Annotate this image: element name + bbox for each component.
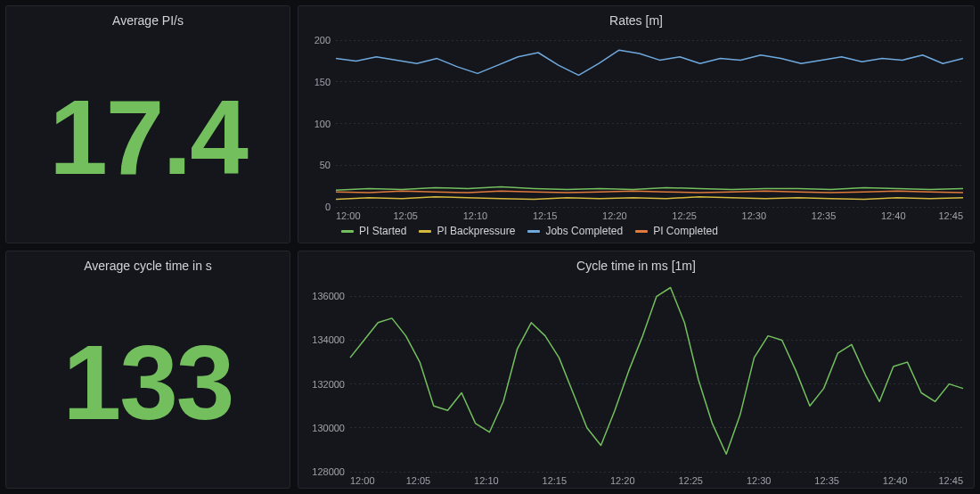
svg-text:12:35: 12:35: [812, 210, 837, 221]
panel-rates: Rates [m] 05010015020012:0012:0512:1012:…: [298, 5, 975, 243]
chart-cycle[interactable]: 12800013000013200013400013600012:0012:05…: [298, 276, 974, 488]
panel-title-avg-cycle: Average cycle time in s: [6, 251, 290, 276]
legend-label: Jobs Completed: [545, 225, 623, 237]
svg-text:12:15: 12:15: [543, 475, 568, 486]
svg-text:12:20: 12:20: [602, 210, 627, 221]
svg-text:150: 150: [314, 77, 331, 87]
svg-text:12:20: 12:20: [610, 475, 635, 486]
svg-text:12:25: 12:25: [672, 210, 697, 221]
svg-text:12:40: 12:40: [881, 210, 906, 221]
legend-swatch: [341, 230, 354, 233]
panel-title-rates: Rates [m]: [298, 6, 974, 31]
legend-swatch: [635, 230, 648, 233]
panel-avg-pi: Average PI/s 17.4: [5, 5, 290, 243]
legend-item[interactable]: Jobs Completed: [527, 225, 623, 237]
svg-text:12:35: 12:35: [814, 475, 839, 486]
legend-label: PI Started: [359, 225, 406, 237]
legend-item[interactable]: PI Completed: [635, 225, 718, 237]
dashboard: Average PI/s 17.4 Rates [m] 050100150200…: [0, 0, 980, 494]
big-number-avg-cycle: 133: [6, 276, 290, 488]
legend-item[interactable]: PI Backpressure: [419, 225, 515, 237]
svg-text:130000: 130000: [312, 423, 345, 433]
svg-text:128000: 128000: [312, 466, 345, 477]
svg-text:134000: 134000: [312, 334, 345, 345]
svg-text:12:10: 12:10: [474, 475, 499, 486]
svg-text:12:10: 12:10: [463, 210, 488, 221]
svg-text:12:15: 12:15: [533, 210, 558, 221]
legend-label: PI Completed: [653, 225, 718, 237]
svg-text:12:30: 12:30: [747, 475, 772, 486]
panel-avg-cycle: Average cycle time in s 133: [5, 251, 290, 489]
svg-text:50: 50: [320, 160, 331, 170]
svg-text:12:05: 12:05: [406, 475, 431, 486]
svg-text:132000: 132000: [312, 379, 345, 390]
svg-text:12:00: 12:00: [336, 210, 361, 221]
svg-text:12:40: 12:40: [883, 475, 908, 486]
value-avg-cycle: 133: [63, 330, 233, 435]
svg-text:136000: 136000: [312, 291, 345, 301]
svg-text:12:05: 12:05: [393, 210, 418, 221]
big-number-avg-pi: 17.4: [6, 31, 290, 243]
svg-text:12:25: 12:25: [678, 475, 703, 486]
legend-rates: PI StartedPI BackpressureJobs CompletedP…: [298, 223, 974, 243]
svg-text:100: 100: [314, 119, 331, 129]
panel-title-avg-pi: Average PI/s: [6, 6, 290, 31]
svg-text:12:45: 12:45: [938, 210, 963, 221]
svg-text:12:30: 12:30: [742, 210, 767, 221]
svg-text:0: 0: [325, 202, 331, 212]
svg-text:12:00: 12:00: [350, 475, 375, 486]
legend-item[interactable]: PI Started: [341, 225, 406, 237]
legend-swatch: [419, 230, 431, 233]
panel-title-cycle: Cycle time in ms [1m]: [298, 251, 974, 276]
legend-label: PI Backpressure: [437, 225, 515, 237]
value-avg-pi: 17.4: [49, 85, 247, 190]
legend-swatch: [527, 230, 540, 233]
svg-text:200: 200: [314, 35, 331, 45]
chart-rates[interactable]: 05010015020012:0012:0512:1012:1512:2012:…: [298, 31, 974, 223]
panel-cycle: Cycle time in ms [1m] 128000130000132000…: [298, 251, 975, 489]
svg-text:12:45: 12:45: [938, 475, 963, 486]
